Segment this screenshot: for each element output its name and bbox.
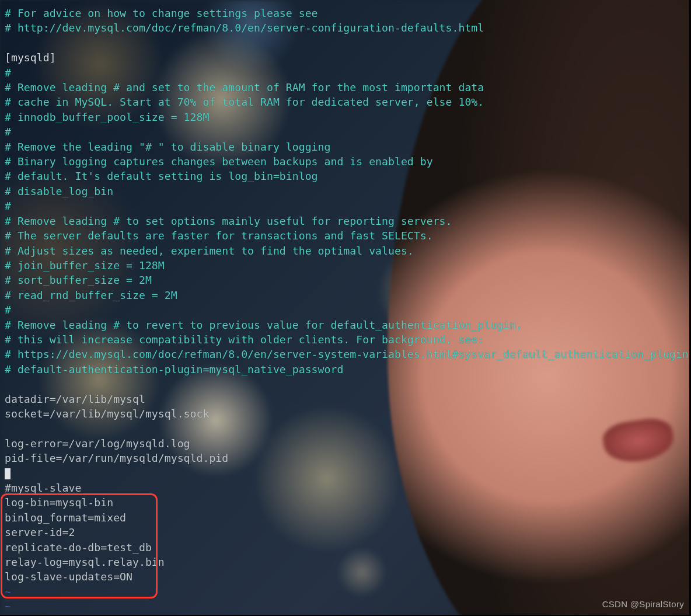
config-line: # cache in MySQL. Start at 70% of total … xyxy=(5,96,484,108)
highlight-line: binlog_format=mixed xyxy=(5,511,126,524)
config-line: # Adjust sizes as needed, experiment to … xyxy=(5,245,414,257)
config-line: datadir=/var/lib/mysql xyxy=(5,393,145,405)
config-line: # innodb_buffer_pool_size = 128M xyxy=(5,111,209,123)
config-line: # this will increase compatibility with … xyxy=(5,333,484,346)
config-line: # Remove the leading "# " to disable bin… xyxy=(5,141,330,153)
highlight-line: log-bin=mysql-bin xyxy=(5,496,113,509)
config-line: # Remove leading # and set to the amount… xyxy=(5,81,484,93)
highlight-line: server-id=2 xyxy=(5,526,75,538)
config-line: # http://dev.mysql.com/doc/refman/8.0/en… xyxy=(5,22,484,34)
config-line: # Remove leading # to revert to previous… xyxy=(5,319,522,331)
config-line: # For advice on how to change settings p… xyxy=(5,7,318,19)
vim-empty-line: ~ xyxy=(5,586,11,598)
config-line: socket=/var/lib/mysql/mysql.sock xyxy=(5,408,209,420)
highlight-line: relay-log=mysql.relay.bin xyxy=(5,556,165,568)
config-line: # xyxy=(5,304,11,316)
config-line: # xyxy=(5,200,11,212)
highlight-line: #mysql-slave xyxy=(5,482,81,494)
config-line: # read_rnd_buffer_size = 2M xyxy=(5,289,177,301)
config-line: # default-authentication-plugin=mysql_na… xyxy=(5,363,343,375)
config-line: # The server defaults are faster for tra… xyxy=(5,229,433,242)
config-line: # xyxy=(5,67,11,79)
config-line: log-error=/var/log/mysqld.log xyxy=(5,437,190,450)
config-line: # join_buffer_size = 128M xyxy=(5,259,165,272)
config-section-header: [mysqld] xyxy=(5,51,56,64)
terminal-editor[interactable]: # For advice on how to change settings p… xyxy=(0,0,691,616)
config-line: # https://dev.mysql.com/doc/refman/8.0/e… xyxy=(5,348,689,360)
config-line: # disable_log_bin xyxy=(5,185,113,197)
editor-cursor xyxy=(5,468,11,479)
config-line: # Remove leading # to set options mainly… xyxy=(5,215,452,227)
config-line: pid-file=/var/run/mysqld/mysqld.pid xyxy=(5,452,228,464)
watermark-text: CSDN @SpiralStory xyxy=(602,597,684,611)
highlight-line: log-slave-updates=ON xyxy=(5,570,132,583)
config-line: # sort_buffer_size = 2M xyxy=(5,274,152,286)
config-line: # xyxy=(5,126,11,138)
config-line: # default. It's default setting is log_b… xyxy=(5,170,318,182)
vim-empty-line: ~ xyxy=(5,600,11,612)
config-line: # Binary logging captures changes betwee… xyxy=(5,155,433,168)
highlight-line: replicate-do-db=test_db xyxy=(5,541,152,554)
